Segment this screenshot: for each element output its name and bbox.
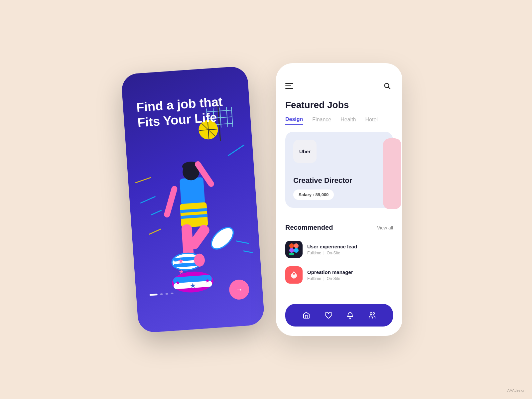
dot-3: [165, 293, 168, 295]
job-list-item-1[interactable]: User experience lead Fulltime | On-Site: [285, 237, 393, 262]
heart-icon: [324, 311, 332, 319]
svg-line-38: [388, 87, 390, 89]
svg-rect-12: [180, 177, 205, 205]
right-phone: Featured Jobs Design Finance Health Hote…: [276, 63, 402, 336]
next-card-peek: [383, 138, 401, 209]
svg-point-46: [370, 313, 372, 315]
svg-point-29: [207, 224, 237, 253]
menu-button[interactable]: [285, 83, 293, 89]
job-title: Creative Director: [293, 176, 385, 185]
job-title-1: User experience lead: [307, 244, 357, 249]
nav-home[interactable]: [300, 309, 312, 321]
watermark: AAAdesign: [507, 388, 525, 392]
search-icon: [383, 82, 391, 89]
figma-icon-box: [285, 241, 303, 258]
hamburger-line-1: [285, 83, 293, 84]
nav-notifications[interactable]: [344, 309, 356, 321]
job-info-2: Opreation manager Fulltime | On-Site: [307, 269, 353, 281]
salary-badge: Salary : 89,000: [293, 190, 334, 200]
phones-container: Find a job that Fits Your Life: [130, 63, 402, 336]
figma-logo-icon: [289, 243, 299, 255]
svg-text:★: ★: [205, 277, 210, 284]
hamburger-line-2: [285, 85, 291, 86]
recommended-title: Recommended: [285, 224, 333, 231]
svg-text:★: ★: [177, 257, 184, 265]
next-arrow-icon: →: [235, 285, 243, 294]
left-phone: Find a job that Fits Your Life: [121, 66, 265, 333]
people-icon: [368, 311, 376, 319]
dot-4: [171, 293, 173, 295]
job-details-1: Fulltime | On-Site: [307, 251, 357, 255]
airbnb-icon-box: [285, 266, 303, 284]
job-info-1: User experience lead Fulltime | On-Site: [307, 244, 357, 255]
search-button[interactable]: [381, 80, 393, 92]
svg-point-43: [294, 248, 299, 253]
svg-rect-40: [294, 243, 299, 248]
bell-icon: [346, 311, 354, 319]
dot-2: [160, 293, 163, 295]
svg-rect-39: [289, 243, 294, 248]
svg-rect-42: [289, 253, 294, 255]
nav-favorites[interactable]: [322, 309, 334, 321]
home-icon: [302, 311, 310, 319]
svg-text:★: ★: [190, 281, 197, 290]
tab-health[interactable]: Health: [340, 117, 356, 125]
svg-rect-16: [163, 185, 178, 218]
category-tabs: Design Finance Health Hotel: [285, 116, 393, 125]
recommended-header: Recommended View all: [285, 224, 393, 231]
phone-right-header: [285, 80, 393, 92]
hamburger-line-3: [285, 88, 293, 89]
svg-text:★: ★: [175, 279, 180, 286]
job-details-2: Fulltime | On-Site: [307, 276, 353, 281]
view-all-link[interactable]: View all: [377, 225, 393, 230]
company-name: Uber: [299, 149, 311, 154]
svg-point-44: [293, 273, 295, 275]
job-list-item-2[interactable]: Opreation manager Fulltime | On-Site: [285, 262, 393, 288]
airbnb-logo-icon: [289, 270, 299, 280]
job-title-2: Opreation manager: [307, 269, 353, 275]
recommended-section: Recommended View all: [285, 224, 393, 288]
nav-profile[interactable]: [366, 309, 378, 321]
svg-rect-41: [289, 248, 294, 253]
featured-card[interactable]: Uber Creative Director Salary : 89,000: [285, 132, 393, 208]
bottom-nav: [285, 304, 393, 327]
featured-title: Featured Jobs: [285, 100, 393, 110]
tab-finance[interactable]: Finance: [312, 117, 331, 125]
company-logo: Uber: [293, 140, 317, 163]
tab-design[interactable]: Design: [285, 116, 303, 125]
tab-hotel[interactable]: Hotel: [365, 117, 378, 125]
featured-card-wrapper: Uber Creative Director Salary : 89,000: [285, 132, 393, 216]
